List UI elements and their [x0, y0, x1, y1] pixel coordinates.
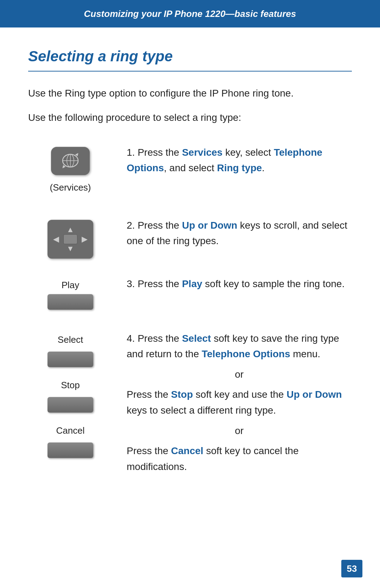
or-divider-1: or [127, 367, 352, 382]
nav-center-btn [63, 234, 77, 244]
nav-arrow-down: ▼ [66, 245, 74, 253]
step4-icons: Select Stop Cancel [48, 333, 93, 458]
step-1-row: (Services) 1. Press the Services key, se… [28, 145, 352, 200]
header-title: Customizing your IP Phone 1220—basic fea… [84, 8, 296, 19]
step-2-icon-col: ▲ ◀ ▶ ▼ [28, 218, 113, 259]
step-3-text: 3. Press the Play soft key to sample the… [127, 276, 352, 292]
step-4-icon-col: Select Stop Cancel [28, 331, 113, 458]
step-4-row: Select Stop Cancel 4. Press the Select s… [28, 331, 352, 475]
step-3-icon-col: Play [28, 276, 113, 313]
nav-arrow-right: ▶ [82, 235, 88, 243]
step-3-content: 3. Press the Play soft key to sample the… [127, 276, 352, 292]
services-svg-icon [60, 151, 81, 171]
step-3-row: Play 3. Press the Play soft key to sampl… [28, 276, 352, 313]
page-content: Selecting a ring type Use the Ring type … [0, 27, 380, 520]
step-1-icon-col: (Services) [28, 145, 113, 200]
play-button-group: Play [48, 278, 93, 310]
services-label: (Services) [50, 181, 91, 194]
cancel-soft-key [48, 442, 93, 458]
play-label: Play [62, 278, 80, 292]
nav-arrow-up: ▲ [66, 226, 74, 234]
header-bar: Customizing your IP Phone 1220—basic fea… [0, 0, 380, 27]
page-title: Selecting a ring type [28, 45, 352, 72]
services-button-icon [51, 147, 90, 175]
stop-soft-key [48, 397, 93, 413]
step-2-text: 2. Press the Up or Down keys to scroll, … [127, 218, 352, 249]
steps-area: (Services) 1. Press the Services key, se… [28, 145, 352, 493]
intro-text-2: Use the following procedure to select a … [28, 110, 352, 126]
select-label: Select [58, 333, 83, 347]
stop-label: Stop [61, 378, 80, 392]
step-4-text-select: 4. Press the Select soft key to save the… [127, 331, 352, 363]
services-button-group: (Services) [50, 147, 91, 197]
step-1-text: 1. Press the Services key, select Teleph… [127, 145, 352, 177]
step-2-row: ▲ ◀ ▶ ▼ 2. Press the Up or Down keys to … [28, 218, 352, 259]
step-4-text-cancel: Press the Cancel soft key to cancel the … [127, 443, 352, 475]
select-soft-key [48, 352, 93, 367]
or-divider-2: or [127, 423, 352, 438]
step-4-content: 4. Press the Select soft key to save the… [127, 331, 352, 475]
nav-arrow-left: ◀ [53, 235, 59, 243]
play-soft-key [48, 294, 93, 310]
step-1-content: 1. Press the Services key, select Teleph… [127, 145, 352, 177]
intro-text-1: Use the Ring type option to configure th… [28, 86, 352, 101]
step-2-content: 2. Press the Up or Down keys to scroll, … [127, 218, 352, 249]
nav-pad-icon: ▲ ◀ ▶ ▼ [48, 220, 93, 259]
page-number: 53 [341, 560, 362, 577]
nav-pad-inner: ▲ ◀ ▶ ▼ [53, 226, 88, 253]
cancel-label: Cancel [56, 424, 85, 438]
step-4-text-stop: Press the Stop soft key and use the Up o… [127, 387, 352, 419]
